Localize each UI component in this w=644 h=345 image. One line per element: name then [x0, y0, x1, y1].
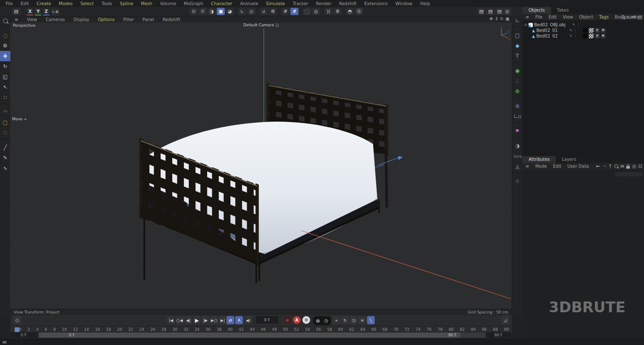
menu-modes[interactable]: Modes: [55, 1, 76, 6]
record-rotation-toggle[interactable]: ↻: [341, 316, 349, 324]
attr-search-icon[interactable]: [614, 164, 618, 168]
attribute-search-field[interactable]: [615, 172, 642, 176]
null-axis-icon[interactable]: ∟▫: [512, 111, 523, 122]
next-key-button[interactable]: ▶○: [210, 316, 218, 324]
menu-render[interactable]: Render: [312, 1, 336, 6]
om-menu-edit[interactable]: Edit: [545, 15, 560, 19]
menu-file[interactable]: File: [2, 1, 17, 6]
phong-tag-icon[interactable]: ⚑: [601, 34, 606, 38]
prev-key-button[interactable]: ○◀: [176, 316, 184, 324]
target-icon[interactable]: ◎: [632, 163, 636, 169]
live-selection-tool[interactable]: ◌: [0, 30, 10, 41]
find-tool[interactable]: [0, 16, 10, 26]
edit-toggle-icon[interactable]: ✎: [569, 34, 572, 38]
loop-mode-button[interactable]: ⇄: [227, 316, 234, 324]
record-pla-toggle[interactable]: ╲: [367, 316, 375, 324]
uvw-tag-icon[interactable]: ⇈: [595, 28, 600, 33]
menu-mograph[interactable]: MoGraph: [180, 1, 207, 6]
menu-spline[interactable]: Spline: [116, 1, 137, 6]
om-filter-icon[interactable]: [632, 16, 636, 18]
primitive-cube-icon[interactable]: ◆: [512, 41, 523, 51]
range-track[interactable]: 0 F 90 F: [39, 332, 490, 338]
om-search-icon[interactable]: [621, 15, 625, 19]
menu-edit[interactable]: Edit: [17, 1, 33, 6]
vp-menu-display[interactable]: Display: [69, 17, 94, 22]
move-tool[interactable]: +: [0, 51, 10, 61]
menu-character[interactable]: Character: [207, 1, 236, 6]
generator-icon[interactable]: ∴: [512, 76, 523, 86]
tab-layers[interactable]: Layers: [556, 156, 582, 163]
menu-mesh[interactable]: Mesh: [137, 1, 156, 6]
attr-menu-mode[interactable]: Mode: [532, 164, 550, 169]
sound-toggle-button[interactable]: ◀): [244, 316, 252, 324]
om-menu-tags[interactable]: Tags: [596, 15, 612, 19]
menu-tools[interactable]: Tools: [98, 1, 116, 6]
visibility-dots-icon[interactable]: ⋮: [574, 28, 578, 33]
om-hamburger-icon[interactable]: ≡: [523, 15, 532, 19]
om-menu-object[interactable]: Object: [576, 15, 596, 19]
record-objects-button[interactable]: ●: [283, 316, 291, 324]
camera-icon[interactable]: ▭◃: [512, 151, 523, 161]
phong-tag-icon[interactable]: ⚑: [601, 28, 606, 33]
material-tag-icon[interactable]: [589, 34, 594, 38]
object-label[interactable]: Bed02_01: [536, 28, 568, 33]
orbit-icon[interactable]: ↻: [500, 16, 504, 21]
record-position-toggle[interactable]: +: [333, 316, 340, 324]
range-slider[interactable]: 0 F 90 F: [39, 332, 460, 338]
attr-hamburger-icon[interactable]: ≡: [523, 164, 532, 169]
record-parameter-toggle[interactable]: ≡: [358, 316, 366, 324]
uvw-tag-icon[interactable]: ⇈: [595, 34, 600, 38]
goto-start-button[interactable]: |◀: [167, 316, 175, 324]
visibility-dots-icon[interactable]: ⋮: [576, 23, 580, 27]
edit-box-icon[interactable]: ⊡: [638, 163, 642, 169]
object-row-root[interactable]: ⊟ Bed02_OBJ.obj ✎ ⋮: [523, 22, 644, 28]
vp-menu-options[interactable]: Options: [93, 17, 119, 22]
y-lock-button[interactable]: Y: [35, 8, 41, 16]
range-start-field[interactable]: 0 F: [11, 332, 36, 338]
autokeying-button[interactable]: A: [293, 316, 301, 324]
menu-extensions[interactable]: Extensions: [361, 1, 392, 6]
deformer-icon[interactable]: ⚑: [512, 126, 523, 136]
stage-icon[interactable]: ◬: [512, 161, 523, 172]
vp-menu-view[interactable]: View: [22, 17, 41, 22]
pan-icon[interactable]: ✥: [489, 16, 493, 21]
volume-icon[interactable]: ⚙: [512, 86, 523, 97]
snap-settings-icon[interactable]: ⚙: [269, 8, 277, 15]
timeline-expand-button[interactable]: ◿: [501, 316, 509, 324]
field-icon[interactable]: ⊘: [512, 101, 523, 111]
om-menu-view[interactable]: View: [560, 15, 576, 19]
menu-create[interactable]: Create: [33, 1, 55, 6]
attr-filter-icon[interactable]: [620, 165, 624, 167]
camera-link-icon[interactable]: ◲: [275, 23, 279, 27]
z-lock-button[interactable]: Z: [43, 8, 50, 16]
menu-animate[interactable]: Animate: [236, 1, 262, 6]
keyframe-selection-button[interactable]: ⚙: [302, 316, 310, 324]
make-editable-button[interactable]: ▤: [12, 8, 20, 15]
object-label[interactable]: Bed02_OBJ.obj: [534, 22, 571, 27]
range-end-field[interactable]: 90 F: [486, 332, 511, 338]
playhead-marker[interactable]: [15, 327, 19, 332]
object-row[interactable]: ▲ Bed02_02 ✎ ⋮ ⇈ ⚑: [523, 33, 644, 39]
cylinder-tool-icon[interactable]: ◯: [303, 8, 311, 15]
modeling-settings-icon[interactable]: ⚙: [333, 8, 342, 15]
attr-menu-userdata[interactable]: User Data: [564, 164, 592, 169]
object-label[interactable]: Bed02_02: [536, 34, 568, 38]
visibility-dots-icon[interactable]: ⋮: [574, 34, 578, 38]
maximize-icon[interactable]: ▣: [505, 16, 509, 21]
vp-menu-panel[interactable]: Panel: [138, 17, 159, 22]
nav-up-icon[interactable]: ↑: [608, 163, 612, 169]
edit-toggle-icon[interactable]: ✎: [572, 23, 576, 27]
timeline-ruler[interactable]: 0246810121416182022242628303234363840424…: [10, 326, 512, 332]
snap-toggle-icon[interactable]: ∪: [260, 8, 268, 15]
dolly-icon[interactable]: ↕: [495, 16, 498, 21]
s-curve-toggle-icon[interactable]: ◓: [346, 8, 354, 15]
om-panel-icon[interactable]: ▤: [638, 14, 642, 20]
display-color-tag[interactable]: [583, 28, 588, 33]
menu-simulate[interactable]: Simulate: [262, 1, 289, 6]
vp-menu-cameras[interactable]: Cameras: [41, 17, 69, 22]
material-tag-icon[interactable]: [589, 28, 594, 33]
goto-end-button[interactable]: ▶|: [219, 316, 227, 324]
workplane-mode-icon[interactable]: ▣: [247, 8, 255, 15]
sketch-tool[interactable]: ∿: [0, 163, 10, 173]
transform-tool[interactable]: ↖: [0, 82, 10, 92]
